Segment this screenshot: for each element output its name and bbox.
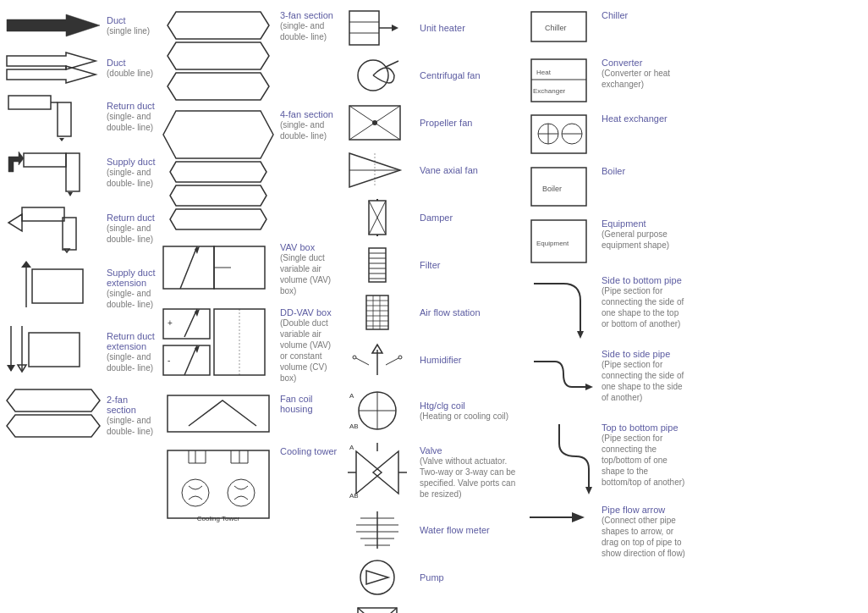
svg-rect-13 bbox=[63, 218, 76, 250]
label-vav: VAV box (Single duct variable air volume… bbox=[280, 242, 338, 296]
svg-rect-46 bbox=[214, 309, 265, 375]
symbol-side-bottom bbox=[527, 275, 595, 339]
symbol-row-side-bottom: Side to bottom pipe (Pipe section for co… bbox=[527, 272, 685, 340]
svg-text:-: - bbox=[168, 356, 170, 365]
svg-rect-49 bbox=[168, 450, 269, 518]
symbol-row-return-duct-double: Return duct (single- and double- line) bbox=[7, 203, 157, 254]
label-return-ext: Return duct extension (single- and doubl… bbox=[107, 331, 157, 373]
symbol-row-supply-ext: Supply duct extension (single- and doubl… bbox=[7, 259, 157, 318]
svg-marker-28 bbox=[168, 73, 269, 100]
label-water-flow: Water flow meter bbox=[420, 525, 520, 535]
label-valve: Valve (Valve without actuator. Two-way o… bbox=[420, 445, 520, 500]
svg-text:+: + bbox=[168, 318, 173, 328]
symbol-row-duct-double: Duct (double line) bbox=[7, 49, 157, 86]
column-2: 3-fan section (single- and double- line)… bbox=[160, 7, 342, 613]
label-side-side: Side to side pipe (Pipe section for conn… bbox=[602, 349, 685, 403]
symbol-row-fan-4: 4-fan section (single- and double- line) bbox=[163, 106, 338, 234]
svg-marker-2 bbox=[7, 66, 96, 83]
svg-marker-25 bbox=[7, 415, 100, 437]
svg-rect-12 bbox=[22, 207, 64, 221]
label-duct-double: Duct (double line) bbox=[107, 58, 157, 79]
label-cooling-tower: Cooling tower bbox=[280, 446, 338, 456]
symbol-row-fan-2: 2-fan section (single- and double- line) bbox=[7, 386, 157, 445]
symbol-filter bbox=[345, 246, 413, 284]
svg-marker-11 bbox=[8, 214, 22, 231]
column-3: Unit heater Centrifugal fan bbox=[342, 7, 524, 613]
svg-marker-102 bbox=[373, 451, 398, 494]
svg-marker-29 bbox=[163, 111, 273, 158]
svg-text:AB: AB bbox=[349, 492, 359, 500]
symbol-row-top-bottom: Top to bottom pipe (Pipe section for con… bbox=[527, 419, 685, 496]
svg-marker-1 bbox=[7, 52, 96, 69]
symbol-pump bbox=[345, 559, 413, 596]
symbol-row-converter: Heat Exchanger Converter (Converter or h… bbox=[527, 54, 685, 105]
svg-point-50 bbox=[182, 479, 209, 506]
svg-line-40 bbox=[184, 309, 197, 337]
label-pump: Pump bbox=[420, 572, 520, 583]
symbol-row-duct-single: Duct (single line) bbox=[7, 7, 157, 44]
svg-marker-59 bbox=[392, 25, 398, 31]
svg-marker-30 bbox=[170, 162, 266, 182]
symbol-row-dd-vav: + - DD-VAV box (Double duct variable air… bbox=[163, 304, 338, 385]
svg-marker-48 bbox=[168, 395, 269, 432]
symbol-pipe-arrow bbox=[527, 505, 595, 530]
symbol-row-water-flow: Water flow meter bbox=[345, 509, 520, 551]
symbol-top-bottom bbox=[527, 422, 595, 494]
label-return-duct-double: Return duct (single- and double- line) bbox=[107, 213, 157, 245]
symbol-row-heat-ex: Heat exchanger bbox=[527, 110, 685, 157]
symbol-air-flow bbox=[345, 294, 413, 331]
column-1: Duct (single line) Duct (double line) bbox=[3, 7, 160, 613]
symbol-equipment: Equipment bbox=[527, 218, 595, 265]
svg-marker-141 bbox=[572, 512, 585, 522]
label-propeller: Propeller fan bbox=[420, 118, 520, 128]
label-boiler: Boiler bbox=[602, 166, 685, 176]
label-humidifier: Humidifier bbox=[420, 355, 520, 365]
label-damper: Damper bbox=[420, 213, 520, 223]
svg-marker-31 bbox=[170, 185, 266, 206]
symbol-row-boiler: Boiler Boiler bbox=[527, 163, 685, 210]
symbol-vane-axial bbox=[345, 152, 413, 189]
svg-line-34 bbox=[180, 246, 197, 289]
svg-text:AB: AB bbox=[349, 422, 359, 430]
svg-rect-123 bbox=[531, 59, 586, 102]
symbol-row-vane-axial: Vane axial fan bbox=[345, 149, 520, 191]
svg-marker-6 bbox=[59, 138, 64, 141]
label-supply-duct: Supply duct (single- and double- line) bbox=[107, 157, 157, 189]
symbol-row-propeller: Propeller fan bbox=[345, 102, 520, 144]
svg-marker-21 bbox=[7, 365, 15, 372]
label-chiller: Chiller bbox=[602, 10, 685, 20]
svg-rect-8 bbox=[24, 153, 66, 167]
svg-marker-17 bbox=[21, 261, 31, 268]
svg-point-65 bbox=[372, 120, 377, 125]
svg-text:Boiler: Boiler bbox=[542, 185, 562, 193]
symbol-return-ext bbox=[7, 324, 100, 379]
label-dd-vav: DD-VAV box (Double duct variable air vol… bbox=[280, 307, 338, 384]
svg-marker-138 bbox=[585, 384, 593, 390]
svg-rect-9 bbox=[66, 153, 80, 191]
symbol-row-htg-coil: A AB Htg/clg coil (Heating or cooling co… bbox=[345, 386, 520, 435]
label-vane-axial: Vane axial fan bbox=[420, 165, 520, 175]
label-heat-ex: Heat exchanger bbox=[602, 113, 685, 124]
symbol-boiler: Boiler bbox=[527, 166, 595, 208]
symbol-unit-heater bbox=[345, 9, 413, 47]
symbol-converter: Heat Exchanger bbox=[527, 58, 595, 103]
svg-text:Cooling Tower: Cooling Tower bbox=[197, 515, 240, 522]
symbol-row-pipe-arrow: Pipe flow arrow (Connect other pipe shap… bbox=[527, 501, 685, 561]
svg-marker-32 bbox=[170, 209, 266, 229]
symbol-water-flow bbox=[345, 511, 413, 549]
label-top-bottom: Top to bottom pipe (Pipe section for con… bbox=[602, 422, 685, 488]
svg-rect-55 bbox=[349, 11, 379, 45]
symbol-row-damper: Damper bbox=[345, 196, 520, 239]
svg-marker-7 bbox=[8, 152, 24, 172]
symbol-htg-coil: A AB bbox=[345, 388, 413, 434]
svg-marker-27 bbox=[168, 42, 269, 69]
symbol-propeller bbox=[345, 104, 413, 141]
label-side-bottom: Side to bottom pipe (Pipe section for co… bbox=[602, 275, 685, 329]
symbol-row-chiller: Chiller Chiller bbox=[527, 7, 685, 49]
symbol-supply-ext bbox=[7, 261, 100, 316]
symbol-row-fan-3: 3-fan section (single- and double- line) bbox=[163, 7, 338, 101]
symbol-supply-duct bbox=[7, 150, 100, 196]
svg-marker-24 bbox=[7, 389, 100, 411]
svg-marker-101 bbox=[356, 451, 382, 494]
svg-rect-18 bbox=[32, 269, 83, 303]
